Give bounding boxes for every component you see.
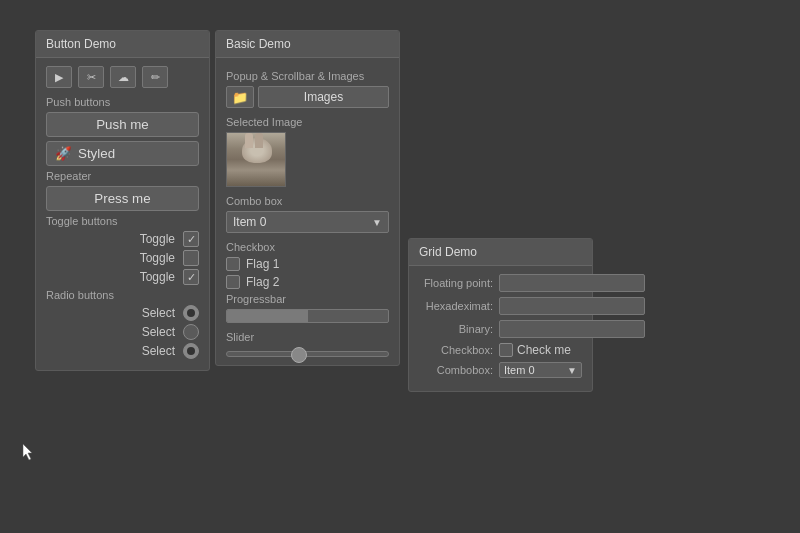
edit-icon-btn[interactable]: ✏ [142, 66, 168, 88]
hexadeximat-input[interactable] [499, 297, 645, 315]
images-button[interactable]: Images [258, 86, 389, 108]
image-btn-row: 📁 Images [226, 86, 389, 108]
cloud-icon-btn[interactable]: ☁ [110, 66, 136, 88]
floating-point-input[interactable] [499, 274, 645, 292]
repeater-label: Repeater [46, 170, 199, 182]
checkbox-section-label: Checkbox [226, 241, 389, 253]
toggle-row-1: Toggle [46, 231, 199, 247]
toggle-row-2: Toggle [46, 250, 199, 266]
progress-track [226, 309, 389, 323]
selected-image-label: Selected Image [226, 116, 389, 128]
toggle-checkbox-3[interactable] [183, 269, 199, 285]
combo-arrow-icon: ▼ [372, 217, 382, 228]
progressbar-label: Progressbar [226, 293, 389, 305]
radio-button-1[interactable] [183, 305, 199, 321]
slider-track[interactable] [226, 351, 389, 357]
radio-button-2[interactable] [183, 324, 199, 340]
combo-box-value: Item 0 [233, 215, 372, 229]
image-preview-inner [227, 133, 285, 186]
toggle-label-3: Toggle [46, 270, 175, 284]
progress-fill [227, 310, 308, 322]
button-demo-panel: Button Demo ▶ ✂ ☁ ✏ Push buttons Push me… [35, 30, 210, 371]
push-buttons-label: Push buttons [46, 96, 199, 108]
press-me-button[interactable]: Press me [46, 186, 199, 211]
grid-demo-panel: Grid Demo Floating point: Hexadeximat: B… [408, 238, 593, 392]
flag2-row: Flag 2 [226, 275, 389, 289]
image-preview [226, 132, 286, 187]
radio-button-3[interactable] [183, 343, 199, 359]
flag1-label: Flag 1 [246, 257, 279, 271]
radio-label-3: Select [46, 344, 175, 358]
hexadeximat-row: Hexadeximat: [419, 297, 582, 315]
combobox-label: Combobox: [419, 364, 499, 376]
grid-combobox[interactable]: Item 0 ▼ [499, 362, 582, 378]
flag2-checkbox[interactable] [226, 275, 240, 289]
toggle-checkbox-1[interactable] [183, 231, 199, 247]
grid-combobox-value: Item 0 [504, 364, 567, 376]
icon-toolbar: ▶ ✂ ☁ ✏ [46, 66, 199, 88]
grid-combo-arrow-icon: ▼ [567, 365, 577, 376]
binary-label: Binary: [419, 323, 499, 335]
grid-checkbox[interactable] [499, 343, 513, 357]
binary-input[interactable] [499, 320, 645, 338]
radio-row-1: Select [46, 305, 199, 321]
flag2-label: Flag 2 [246, 275, 279, 289]
mouse-cursor [22, 443, 34, 461]
radio-row-2: Select [46, 324, 199, 340]
radio-label-1: Select [46, 306, 175, 320]
button-demo-title: Button Demo [36, 31, 209, 58]
floating-point-label: Floating point: [419, 277, 499, 289]
play-icon-btn[interactable]: ▶ [46, 66, 72, 88]
grid-checkbox-group: Check me [499, 343, 571, 357]
hexadeximat-label: Hexadeximat: [419, 300, 499, 312]
radio-label-2: Select [46, 325, 175, 339]
basic-demo-panel: Basic Demo Popup & Scrollbar & Images 📁 … [215, 30, 400, 366]
grid-demo-title: Grid Demo [409, 239, 592, 266]
grid-checkbox-label: Checkbox: [419, 344, 499, 356]
styled-button[interactable]: 🚀 Styled [46, 141, 199, 166]
folder-button[interactable]: 📁 [226, 86, 254, 108]
checkbox-row: Checkbox: Check me [419, 343, 582, 357]
toggle-label-1: Toggle [46, 232, 175, 246]
check-me-label: Check me [517, 343, 571, 357]
rocket-icon: 🚀 [55, 146, 72, 161]
combobox-row: Combobox: Item 0 ▼ [419, 362, 582, 378]
floating-point-row: Floating point: [419, 274, 582, 292]
toggle-checkbox-2[interactable] [183, 250, 199, 266]
flag1-row: Flag 1 [226, 257, 389, 271]
toggle-row-3: Toggle [46, 269, 199, 285]
toggle-label-2: Toggle [46, 251, 175, 265]
toggle-buttons-label: Toggle buttons [46, 215, 199, 227]
push-me-button[interactable]: Push me [46, 112, 199, 137]
slider-thumb[interactable] [291, 347, 307, 363]
combo-box[interactable]: Item 0 ▼ [226, 211, 389, 233]
binary-row: Binary: [419, 320, 582, 338]
tool-icon-btn[interactable]: ✂ [78, 66, 104, 88]
flag1-checkbox[interactable] [226, 257, 240, 271]
slider-label: Slider [226, 331, 389, 343]
radio-row-3: Select [46, 343, 199, 359]
radio-buttons-label: Radio buttons [46, 289, 199, 301]
popup-label: Popup & Scrollbar & Images [226, 70, 389, 82]
basic-demo-title: Basic Demo [216, 31, 399, 58]
combo-label: Combo box [226, 195, 389, 207]
